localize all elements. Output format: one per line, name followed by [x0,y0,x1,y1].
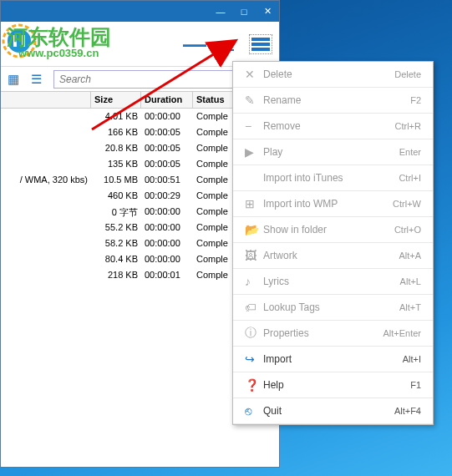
cell-size: 20.8 KB [91,140,141,156]
menu-shortcut: Ctrl+W [393,199,421,209]
menu-shortcut: Enter [399,147,421,157]
menu-label: Import into WMP [263,198,393,210]
cell-size: 460 KB [91,188,141,204]
list-view-icon[interactable]: ☰ [31,72,42,87]
menu-label: Delete [263,68,394,80]
menu-shortcut: Ctrl+R [395,121,421,131]
menu-item-lyrics[interactable]: ♪LyricsAlt+L [233,269,433,295]
menu-item-help[interactable]: ❓HelpF1 [233,372,433,398]
svg-point-1 [8,29,31,53]
menu-label: Show in folder [263,224,394,235]
menu-shortcut: Alt+L [400,276,421,286]
cell-size: 218 KB [91,267,141,283]
minimize-button[interactable]: — [209,3,232,20]
menu-item-remove[interactable]: −RemoveCtrl+R [233,114,433,139]
col-duration[interactable]: Duration [141,92,193,108]
cell-file [1,251,91,267]
collapse-button[interactable]: — [182,32,207,57]
help-icon: ❓ [245,378,263,392]
menu-label: Lyrics [263,276,400,287]
artwork-icon: 🖼 [245,249,263,262]
cell-size: 135 KB [91,156,141,172]
delete-icon: ✕ [245,68,263,81]
cell-duration: 00:00:00 [141,251,193,267]
cell-duration: 00:00:00 [141,220,193,235]
menu-item-artwork[interactable]: 🖼ArtworkAlt+A [233,243,433,269]
close-button[interactable]: ✕ [256,3,279,20]
menu-label: Help [263,379,410,391]
menu-shortcut: Alt+I [403,354,421,364]
menu-label: Import [263,353,403,365]
menu-shortcut: Delete [394,69,421,79]
cell-duration: 00:00:51 [141,172,193,188]
menu-item-import-into-wmp[interactable]: ⊞Import into WMPCtrl+W [233,191,433,217]
cell-file [1,156,91,172]
folder-icon: 📂 [245,223,263,236]
menu-label: Artwork [263,250,399,261]
cell-file [1,235,91,251]
logo-icon [2,23,37,58]
rename-icon: ✎ [245,94,263,107]
cell-duration: 00:00:00 [141,109,193,124]
cell-duration: 00:00:05 [141,124,193,140]
cell-file [1,267,91,283]
cell-file [1,204,91,220]
lyrics-icon: ♪ [245,275,263,288]
col-size[interactable]: Size [91,92,141,108]
menu-shortcut: Alt+F4 [394,406,421,416]
menu-item-show-in-folder[interactable]: 📂Show in folderCtrl+O [233,217,433,243]
menu-label: Rename [263,94,410,106]
menu-label: Play [263,146,399,158]
cell-size: 10.5 MB [91,172,141,188]
cell-duration: 00:00:00 [141,204,193,220]
menu-shortcut: Alt+Enter [383,328,421,338]
remove-icon: − [245,119,263,133]
menu-shortcut: Alt+T [399,302,421,312]
maximize-button[interactable]: □ [232,3,256,20]
cell-file [1,109,91,124]
tag-icon: 🏷 [245,301,263,314]
windows-icon: ⊞ [245,197,263,210]
cell-file [1,220,91,235]
cell-size: 58.2 KB [91,235,141,251]
cell-file: / WMA, 320 kbs) [1,172,91,188]
menu-label: Import into iTunes [263,172,399,184]
main-toolbar: — [1,22,279,67]
cell-duration: 00:00:05 [141,156,193,172]
col-file[interactable] [1,92,91,108]
menu-item-quit[interactable]: ⎋QuitAlt+F4 [233,398,433,424]
menu-item-play[interactable]: ▶PlayEnter [233,139,433,165]
cell-duration: 00:00:00 [141,235,193,251]
cell-size: 166 KB [91,124,141,140]
menu-shortcut: Ctrl+I [399,173,421,183]
menu-item-properties[interactable]: ⓘPropertiesAlt+Enter [233,321,433,347]
menu-label: Quit [263,405,394,417]
cell-duration: 00:00:29 [141,188,193,204]
menu-item-import-into-itunes[interactable]: Import into iTunesCtrl+I [233,165,433,191]
cell-size: 80.4 KB [91,251,141,267]
menu-button[interactable] [249,34,272,54]
cell-file [1,124,91,140]
menu-item-lookup-tags[interactable]: 🏷Lookup TagsAlt+T [233,295,433,321]
menu-label: Properties [263,327,383,339]
cell-size: 55.2 KB [91,220,141,235]
menu-label: Remove [263,120,395,132]
context-menu: ✕DeleteDelete✎RenameF2−RemoveCtrl+R▶Play… [232,61,434,425]
menu-item-rename[interactable]: ✎RenameF2 [233,88,433,114]
menu-item-delete[interactable]: ✕DeleteDelete [233,62,433,88]
info-icon: ⓘ [245,326,263,341]
cell-duration: 00:00:05 [141,140,193,156]
import-icon: ↪ [245,352,263,366]
menu-shortcut: Ctrl+O [394,225,421,235]
menu-shortcut: F2 [410,95,421,105]
cell-size: 4.01 KB [91,109,141,124]
cell-file [1,188,91,204]
menu-shortcut: F1 [410,380,421,390]
menu-label: Lookup Tags [263,301,399,313]
play-icon: ▶ [245,145,263,159]
quit-icon: ⎋ [245,404,263,418]
cell-size: 0 字节 [91,204,141,220]
menu-item-import[interactable]: ↪ImportAlt+I [233,347,433,372]
download-button[interactable] [216,32,241,57]
grid-view-icon[interactable]: ▦ [8,72,19,87]
